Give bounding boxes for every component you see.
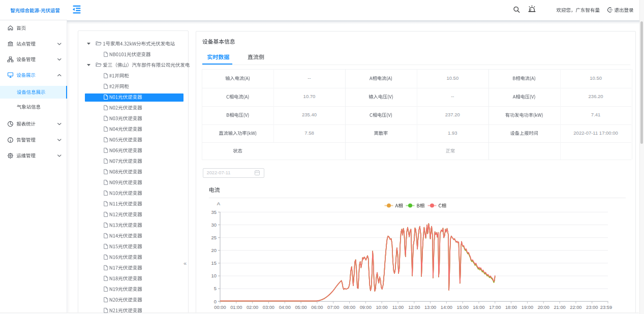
svg-text:20:00: 20:00 — [538, 305, 549, 310]
svg-text:5: 5 — [214, 286, 217, 291]
svg-text:30: 30 — [211, 222, 217, 228]
svg-text:03:00: 03:00 — [263, 305, 274, 310]
svg-text:13:00: 13:00 — [424, 305, 436, 310]
svg-text:12:00: 12:00 — [408, 305, 420, 310]
svg-text:20: 20 — [211, 247, 217, 253]
svg-text:07:00: 07:00 — [327, 305, 339, 310]
svg-text:00:00: 00:00 — [214, 305, 226, 310]
svg-text:10:00: 10:00 — [376, 305, 387, 310]
svg-text:04:00: 04:00 — [279, 305, 291, 310]
svg-text:25: 25 — [211, 235, 217, 240]
svg-text:16:00: 16:00 — [473, 305, 484, 310]
svg-text:23:59: 23:59 — [600, 305, 612, 310]
svg-text:0: 0 — [214, 299, 217, 304]
svg-text:23:00: 23:00 — [586, 305, 598, 310]
svg-text:15:00: 15:00 — [457, 305, 469, 310]
svg-text:35: 35 — [211, 209, 217, 215]
svg-text:14:00: 14:00 — [441, 305, 452, 310]
svg-text:11:00: 11:00 — [392, 305, 404, 310]
svg-text:18:00: 18:00 — [505, 305, 517, 310]
svg-text:22:00: 22:00 — [570, 305, 581, 310]
svg-text:08:00: 08:00 — [344, 305, 355, 310]
svg-text:09:00: 09:00 — [360, 305, 372, 310]
svg-text:10: 10 — [211, 273, 217, 278]
svg-text:19:00: 19:00 — [522, 305, 533, 310]
svg-text:15: 15 — [211, 260, 217, 266]
svg-text:21:00: 21:00 — [554, 305, 565, 310]
svg-text:06:00: 06:00 — [311, 305, 323, 310]
svg-text:02:00: 02:00 — [247, 305, 258, 310]
svg-text:01:00: 01:00 — [230, 305, 242, 310]
svg-text:05:00: 05:00 — [295, 305, 306, 310]
svg-text:A: A — [217, 201, 221, 206]
svg-text:17:00: 17:00 — [489, 305, 501, 310]
